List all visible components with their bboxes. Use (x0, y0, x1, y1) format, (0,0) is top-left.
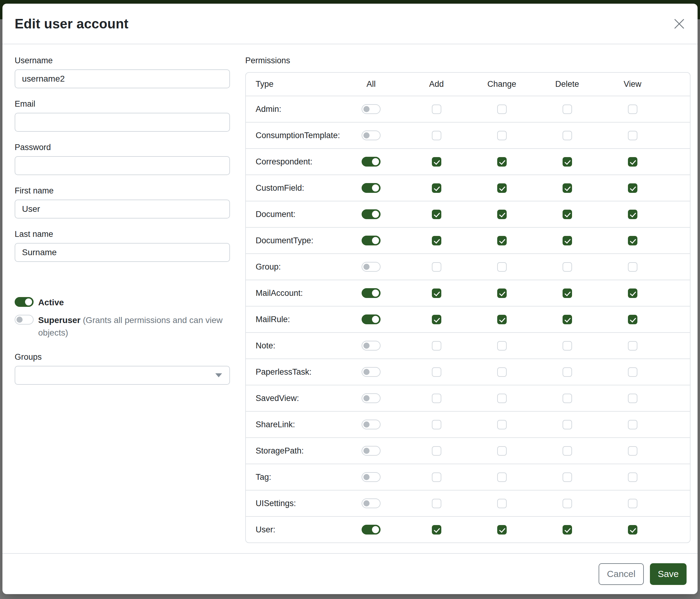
permission-add-checkbox[interactable] (432, 341, 441, 351)
permission-view-checkbox[interactable] (628, 131, 638, 140)
permission-view-checkbox[interactable] (628, 499, 638, 508)
permission-view-checkbox[interactable] (628, 525, 638, 534)
permission-type-label: Tag: (246, 473, 339, 482)
permission-all-toggle[interactable] (361, 314, 380, 324)
permission-change-checkbox[interactable] (497, 499, 507, 508)
permission-change-checkbox[interactable] (497, 236, 507, 245)
permission-delete-checkbox[interactable] (562, 104, 572, 114)
permission-delete-checkbox[interactable] (562, 262, 572, 272)
permission-add-checkbox[interactable] (432, 131, 441, 140)
permission-row: Document: (246, 201, 690, 227)
save-button[interactable]: Save (650, 563, 686, 585)
permission-all-toggle[interactable] (361, 236, 380, 245)
permission-add-checkbox[interactable] (432, 157, 441, 167)
permission-delete-checkbox[interactable] (562, 210, 572, 219)
permission-view-checkbox[interactable] (628, 236, 638, 245)
permission-change-checkbox[interactable] (497, 183, 507, 193)
permission-all-toggle[interactable] (361, 262, 380, 272)
permission-all-toggle[interactable] (361, 525, 380, 534)
permission-change-checkbox[interactable] (497, 157, 507, 167)
permission-view-checkbox[interactable] (628, 367, 638, 377)
permission-add-checkbox[interactable] (432, 315, 441, 324)
permission-all-toggle[interactable] (361, 341, 380, 351)
permission-add-checkbox[interactable] (432, 183, 441, 193)
permission-change-checkbox[interactable] (497, 131, 507, 140)
permission-view-checkbox[interactable] (628, 104, 638, 114)
permission-view-checkbox[interactable] (628, 341, 638, 351)
permission-delete-checkbox[interactable] (562, 183, 572, 193)
permission-change-checkbox[interactable] (497, 367, 507, 377)
permission-delete-checkbox[interactable] (562, 236, 572, 245)
permission-add-checkbox[interactable] (432, 446, 441, 456)
permission-delete-checkbox[interactable] (562, 420, 572, 429)
first-name-input[interactable] (15, 199, 230, 218)
permission-delete-checkbox[interactable] (562, 157, 572, 167)
permission-delete-checkbox[interactable] (562, 525, 572, 534)
permission-view-checkbox[interactable] (628, 446, 638, 456)
permission-change-checkbox[interactable] (497, 473, 507, 482)
permission-add-checkbox[interactable] (432, 367, 441, 377)
permission-all-toggle[interactable] (361, 288, 380, 298)
permission-all-toggle[interactable] (361, 104, 380, 114)
permission-view-checkbox[interactable] (628, 315, 638, 324)
permission-delete-checkbox[interactable] (562, 446, 572, 456)
permission-add-checkbox[interactable] (432, 288, 441, 298)
permission-view-checkbox[interactable] (628, 157, 638, 167)
active-toggle[interactable] (15, 297, 33, 307)
permission-all-toggle[interactable] (361, 446, 380, 456)
close-button[interactable] (671, 16, 687, 32)
permission-delete-checkbox[interactable] (562, 131, 572, 140)
permission-all-toggle[interactable] (361, 367, 380, 377)
permission-all-toggle[interactable] (361, 393, 380, 403)
permission-view-checkbox[interactable] (628, 210, 638, 219)
last-name-input[interactable] (15, 243, 230, 262)
permission-all-toggle[interactable] (361, 183, 380, 193)
permission-change-checkbox[interactable] (497, 420, 507, 429)
permission-change-checkbox[interactable] (497, 104, 507, 114)
permission-delete-checkbox[interactable] (562, 393, 572, 403)
username-input[interactable] (15, 69, 230, 88)
permission-view-checkbox[interactable] (628, 288, 638, 298)
permission-add-checkbox[interactable] (432, 104, 441, 114)
permission-add-checkbox[interactable] (432, 210, 441, 219)
permission-change-checkbox[interactable] (497, 315, 507, 324)
permission-all-toggle[interactable] (361, 130, 380, 140)
password-input[interactable] (15, 156, 230, 175)
permission-change-checkbox[interactable] (497, 393, 507, 403)
permission-all-toggle[interactable] (361, 209, 380, 219)
permission-change-checkbox[interactable] (497, 341, 507, 351)
permission-view-checkbox[interactable] (628, 473, 638, 482)
permission-all-toggle[interactable] (361, 472, 380, 482)
permission-type-label: User: (246, 525, 339, 534)
permission-delete-checkbox[interactable] (562, 499, 572, 508)
permission-view-checkbox[interactable] (628, 262, 638, 272)
permission-change-checkbox[interactable] (497, 210, 507, 219)
permission-add-checkbox[interactable] (432, 473, 441, 482)
permission-all-toggle[interactable] (361, 157, 380, 167)
permission-all-toggle[interactable] (361, 420, 380, 429)
permission-row: Note: (246, 332, 690, 358)
permission-add-checkbox[interactable] (432, 393, 441, 403)
permission-delete-checkbox[interactable] (562, 341, 572, 351)
permission-all-toggle[interactable] (361, 499, 380, 508)
superuser-toggle[interactable] (15, 315, 33, 325)
permission-add-checkbox[interactable] (432, 262, 441, 272)
groups-select[interactable] (15, 366, 230, 385)
permission-change-checkbox[interactable] (497, 525, 507, 534)
permission-add-checkbox[interactable] (432, 499, 441, 508)
permission-delete-checkbox[interactable] (562, 367, 572, 377)
permission-add-checkbox[interactable] (432, 236, 441, 245)
permission-add-checkbox[interactable] (432, 525, 441, 534)
permission-change-checkbox[interactable] (497, 288, 507, 298)
email-input[interactable] (15, 113, 230, 132)
permission-delete-checkbox[interactable] (562, 315, 572, 324)
permission-view-checkbox[interactable] (628, 393, 638, 403)
permission-delete-checkbox[interactable] (562, 288, 572, 298)
cancel-button[interactable]: Cancel (599, 563, 644, 585)
permission-view-checkbox[interactable] (628, 420, 638, 429)
permission-view-checkbox[interactable] (628, 183, 638, 193)
permission-add-checkbox[interactable] (432, 420, 441, 429)
permission-change-checkbox[interactable] (497, 446, 507, 456)
permission-change-checkbox[interactable] (497, 262, 507, 272)
permission-delete-checkbox[interactable] (562, 473, 572, 482)
